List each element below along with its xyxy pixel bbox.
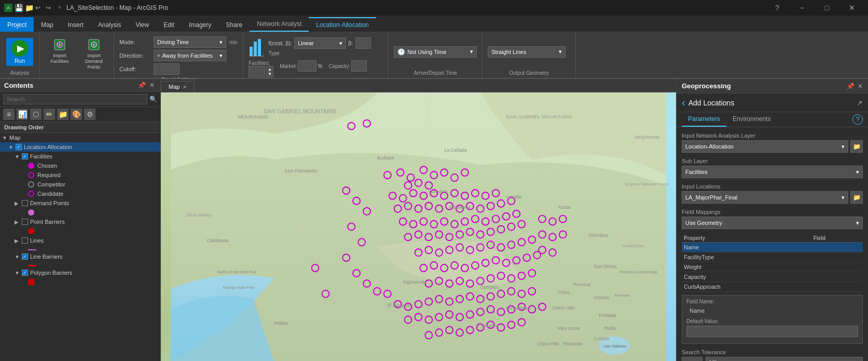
svg-text:Simi Valley: Simi Valley	[186, 212, 211, 218]
tab-imagery[interactable]: Imagery	[182, 17, 218, 32]
redo-icon[interactable]: ↪	[46, 4, 54, 12]
list-view-icon[interactable]: ≡	[3, 109, 15, 120]
pb-checkbox[interactable]	[22, 219, 28, 225]
input-locations-folder[interactable]: 📁	[850, 191, 863, 204]
tab-map[interactable]: Map	[34, 17, 60, 32]
geo-tab-parameters[interactable]: Parameters	[682, 112, 726, 127]
tree-item-lines[interactable]: ▶ Lines	[0, 236, 160, 245]
polb-checkbox[interactable]	[22, 270, 28, 276]
facilities-input[interactable]: 1	[249, 66, 265, 77]
fcos-inner: f(cost, β): Linear ▾ β: 1 Type	[249, 36, 370, 57]
facilities-group: Facilities: 1 ▲▼	[249, 60, 273, 77]
style-icon[interactable]: 🎨	[71, 109, 82, 120]
la-checkbox[interactable]	[16, 144, 22, 150]
lb-label: Line Barriers	[30, 253, 62, 260]
demand-checkbox[interactable]	[22, 200, 28, 206]
table-row-capacity[interactable]: Capacity	[682, 272, 863, 282]
tab-project[interactable]: Project	[0, 17, 34, 32]
capacity-input[interactable]: 1	[351, 60, 367, 72]
tree-item-location-allocation[interactable]: ▼ Location-Allocation	[0, 142, 160, 152]
map-area: Map ✕	[161, 79, 676, 361]
tree-item-map[interactable]: ▼ Map	[0, 133, 160, 142]
table-row-weight[interactable]: Weight	[682, 262, 863, 272]
question-btn[interactable]: ?	[765, 0, 789, 16]
mode-dropdown[interactable]: Driving Time ▾	[154, 36, 226, 48]
svg-text:Fontana: Fontana	[599, 313, 616, 318]
sub-layer-dropdown[interactable]: Facilities ▾	[682, 166, 863, 178]
group-icon[interactable]: 📁	[57, 109, 68, 120]
tab-view[interactable]: View	[128, 17, 156, 32]
time-dropdown[interactable]: 🕐 Not Using Time ▾	[394, 46, 477, 58]
tree-item-demand-dot	[0, 208, 160, 217]
market-input[interactable]: 10	[298, 60, 316, 72]
folder-icon[interactable]: 📁	[25, 4, 33, 12]
direction-dropdown[interactable]: ● Away from Facilities ▾	[154, 50, 226, 61]
input-locations-dropdown[interactable]: LA_MajorPhar_Final ▾	[682, 191, 848, 204]
svg-text:Compton: Compton	[480, 285, 499, 290]
tab-insert[interactable]: Insert	[61, 17, 91, 32]
svg-text:Torrance: Torrance	[480, 323, 499, 328]
tree-item-line-barriers[interactable]: ▼ Line Barriers	[0, 252, 160, 261]
geo-close-icon[interactable]: ✕	[858, 83, 863, 90]
demand-label: Demand Points	[30, 200, 69, 206]
tab-analysis[interactable]: Analysis	[91, 17, 129, 32]
competitor-label: Competitor	[37, 181, 65, 188]
import-demand-button[interactable]: + ImportDemand Points	[78, 36, 109, 71]
table-row-name[interactable]: Name	[682, 243, 863, 252]
more-icon[interactable]: ⚙	[84, 109, 95, 120]
tree-item-demand[interactable]: ▶ Demand Points	[0, 198, 160, 208]
cutoff-input[interactable]: 10	[154, 63, 180, 75]
panel-close-icon[interactable]: ✕	[148, 81, 156, 89]
lines-checkbox[interactable]	[22, 237, 28, 244]
tree-item-required[interactable]: Required	[0, 170, 160, 180]
table-row-facilitytype[interactable]: FacilityType	[682, 252, 863, 262]
geo-external-icon[interactable]: ↗	[857, 99, 863, 107]
tree-item-chosen[interactable]: Chosen	[0, 161, 160, 170]
facilities-up[interactable]: ▲▼	[266, 66, 273, 77]
tab-network-analyst[interactable]: Network Analyst	[250, 16, 309, 32]
tab-share[interactable]: Share	[218, 17, 250, 32]
input-network-layer-label: Input Network Analysis Layer	[682, 132, 863, 139]
close-btn[interactable]: ✕	[840, 0, 864, 16]
layer-icon[interactable]: 📊	[17, 109, 28, 120]
field-mappings-label: Field Mappings	[682, 209, 863, 215]
input-network-layer-folder[interactable]: 📁	[850, 140, 863, 153]
tree-item-point-barriers[interactable]: ▶ Point Barriers	[0, 217, 160, 226]
table-row-curb[interactable]: CurbApproach	[682, 282, 863, 292]
maximize-btn[interactable]: □	[815, 0, 839, 16]
sub-layer-label: Sub Layer	[682, 158, 863, 164]
import-facilities-button[interactable]: + ImportFacilities	[44, 36, 75, 65]
run-button[interactable]: ▶ Run	[6, 38, 33, 66]
map-tab[interactable]: Map ✕	[161, 81, 195, 92]
save-icon[interactable]: 💾	[15, 4, 23, 12]
minimize-btn[interactable]: −	[790, 0, 814, 16]
title-text: LA_SiteSelection - Map - ArcGIS Pro	[66, 4, 168, 11]
tab-edit[interactable]: Edit	[156, 17, 182, 32]
facilities-market-row: Facilities: 1 ▲▼ Market: 10 %	[249, 60, 370, 77]
table-icon[interactable]: ⬡	[30, 109, 42, 120]
field-mappings-dropdown[interactable]: Use Geometry ▾	[682, 217, 863, 229]
tree-item-facilities[interactable]: ▼ Facilities	[0, 152, 160, 161]
search-input[interactable]	[3, 94, 147, 104]
beta-input[interactable]: 1	[355, 37, 371, 49]
help-button[interactable]: ?	[852, 114, 863, 125]
tree-item-competitor[interactable]: Competitor	[0, 180, 160, 189]
input-network-layer-dropdown[interactable]: Location-Allocation ▾	[682, 140, 848, 153]
draw-icon[interactable]: ✏	[44, 109, 55, 120]
geo-pin-icon[interactable]: 📌	[847, 83, 855, 90]
tab-location-allocation[interactable]: Location-Allocation	[309, 17, 376, 32]
pin-icon[interactable]: 📌	[137, 81, 146, 89]
tree-item-candidate[interactable]: Candidate	[0, 189, 160, 198]
map-canvas[interactable]: SAN GABRIEL MOUNTAINS SAN GABRIEL MOUNTA…	[161, 92, 676, 361]
geo-tab-environments[interactable]: Environments	[726, 112, 777, 127]
geometry-dropdown[interactable]: Straight Lines ▾	[488, 46, 566, 58]
map-tab-close[interactable]: ✕	[183, 84, 187, 90]
tree-item-polygon-barriers[interactable]: ▼ Polygon Barriers	[0, 268, 160, 277]
facilities-checkbox[interactable]	[22, 153, 28, 159]
fcos-dropdown[interactable]: Linear ▾	[294, 37, 346, 49]
svg-text:Riverside: Riverside	[563, 341, 582, 346]
lb-checkbox[interactable]	[22, 253, 28, 260]
back-button[interactable]: ‹	[682, 97, 685, 109]
undo-icon[interactable]: ↩	[35, 4, 44, 12]
svg-text:Pomona: Pomona	[573, 282, 590, 287]
